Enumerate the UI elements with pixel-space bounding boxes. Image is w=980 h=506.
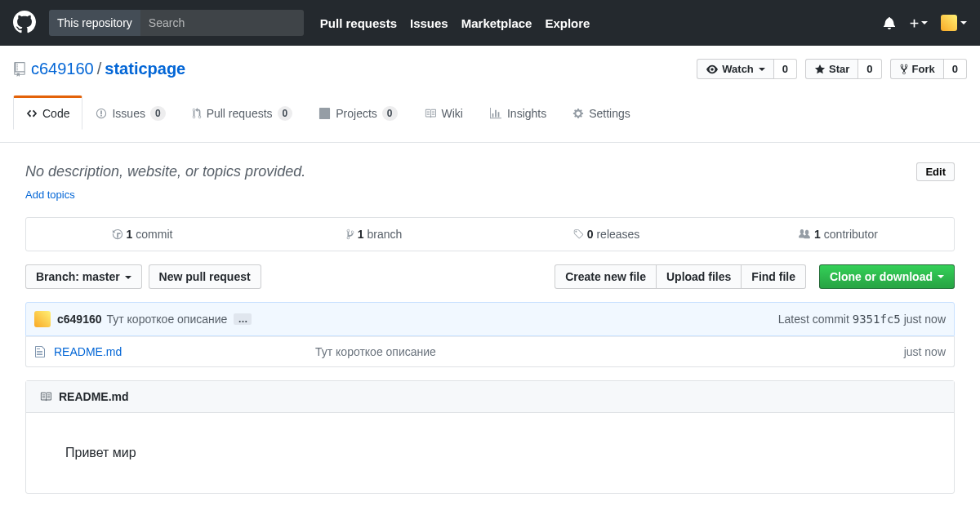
- tab-projects-label: Projects: [336, 107, 377, 120]
- file-age: just now: [904, 345, 946, 358]
- branch-name: master: [82, 270, 120, 283]
- tab-projects[interactable]: Projects 0: [305, 95, 410, 130]
- header-right: [883, 15, 967, 31]
- fork-icon: [899, 64, 909, 75]
- fork-count[interactable]: 0: [944, 59, 967, 79]
- people-icon: [798, 229, 811, 240]
- star-label: Star: [829, 63, 849, 75]
- commit-author[interactable]: c649160: [57, 313, 102, 326]
- history-icon: [112, 229, 123, 240]
- notifications-icon[interactable]: [883, 16, 896, 29]
- repo-nav: Code Issues 0 Pull requests 0 Projects 0…: [13, 95, 967, 130]
- readme-content: Привет мир: [65, 446, 915, 460]
- code-icon: [26, 108, 38, 119]
- find-file-button[interactable]: Find file: [741, 264, 806, 289]
- commits-count: 1: [127, 228, 133, 241]
- tab-settings-label: Settings: [589, 107, 630, 120]
- new-pull-request-button[interactable]: New pull request: [149, 264, 261, 289]
- commit-meta: Latest commit 9351fc5 just now: [778, 313, 946, 326]
- star-icon: [814, 64, 826, 75]
- branches-link[interactable]: 1 branch: [258, 228, 490, 241]
- book-icon: [424, 108, 437, 119]
- branches-label: branch: [367, 228, 402, 241]
- file-row: README.md Тут короткое описание just now: [26, 336, 954, 366]
- pulls-counter: 0: [278, 106, 293, 121]
- branch-prefix: Branch:: [36, 270, 79, 283]
- header-search: This repository: [49, 10, 304, 36]
- releases-count: 0: [587, 228, 594, 241]
- watch-count[interactable]: 0: [774, 59, 797, 79]
- numbers-summary: 1 commit 1 branch 0 releases 1 contribut…: [25, 217, 955, 251]
- tab-settings[interactable]: Settings: [559, 95, 644, 130]
- tab-pull-requests[interactable]: Pull requests 0: [179, 95, 306, 130]
- commits-label: commit: [136, 228, 172, 241]
- commit-tease: c649160 Тут короткое описание … Latest c…: [25, 302, 955, 336]
- search-input[interactable]: [140, 10, 304, 36]
- tab-insights[interactable]: Insights: [476, 95, 559, 130]
- branch-select-button[interactable]: Branch: master: [25, 264, 142, 289]
- repo-content: No description, website, or topics provi…: [12, 143, 968, 506]
- repo-icon: [13, 62, 26, 77]
- github-logo[interactable]: [13, 11, 36, 36]
- star-count[interactable]: 0: [858, 59, 881, 79]
- repo-name-link[interactable]: staticpage: [105, 60, 185, 78]
- watch-button[interactable]: Watch: [697, 59, 774, 79]
- nav-explore[interactable]: Explore: [545, 16, 590, 30]
- contributors-count: 1: [814, 228, 821, 241]
- contributors-link[interactable]: 1 contributor: [722, 228, 954, 241]
- branch-icon: [346, 229, 354, 240]
- repo-title: c649160 / staticpage: [13, 60, 185, 78]
- readme-title: README.md: [59, 390, 129, 403]
- file-commit-message[interactable]: Тут короткое описание: [315, 345, 904, 358]
- tag-icon: [572, 229, 584, 240]
- tab-code[interactable]: Code: [13, 95, 82, 130]
- repo-description: No description, website, or topics provi…: [25, 163, 916, 180]
- create-new-icon[interactable]: [909, 18, 928, 29]
- file-actions-group: Create new file Upload files Find file: [555, 264, 806, 289]
- avatar-icon: [941, 15, 957, 31]
- issue-icon: [96, 108, 107, 119]
- header-nav: Pull requests Issues Marketplace Explore: [320, 16, 590, 30]
- edit-button[interactable]: Edit: [916, 162, 955, 181]
- repo-meta: No description, website, or topics provi…: [25, 162, 955, 181]
- readme-body: Привет мир: [26, 413, 954, 493]
- commit-message[interactable]: Тут короткое описание: [107, 313, 228, 326]
- tab-code-label: Code: [42, 107, 69, 120]
- commit-author-avatar[interactable]: [34, 311, 51, 327]
- global-header: This repository Pull requests Issues Mar…: [0, 0, 980, 46]
- fork-label: Fork: [912, 63, 935, 75]
- latest-commit-label: Latest commit: [778, 313, 849, 326]
- tab-issues-label: Issues: [112, 107, 145, 120]
- nav-marketplace[interactable]: Marketplace: [461, 16, 532, 30]
- tab-issues[interactable]: Issues 0: [82, 95, 178, 130]
- upload-files-button[interactable]: Upload files: [656, 264, 741, 289]
- nav-pull-requests[interactable]: Pull requests: [320, 16, 397, 30]
- nav-issues[interactable]: Issues: [410, 16, 448, 30]
- commit-ellipsis-button[interactable]: …: [234, 313, 252, 325]
- tab-insights-label: Insights: [507, 107, 546, 120]
- commit-sha[interactable]: 9351fc5: [853, 313, 901, 326]
- create-file-button[interactable]: Create new file: [555, 264, 656, 289]
- releases-link[interactable]: 0 releases: [490, 228, 722, 241]
- clone-label: Clone or download: [830, 270, 933, 283]
- commit-age: just now: [904, 313, 946, 326]
- add-topics-link[interactable]: Add topics: [25, 189, 75, 201]
- commits-link[interactable]: 1 commit: [26, 228, 258, 241]
- gear-icon: [572, 108, 584, 119]
- pagehead-actions: Watch 0 Star 0 Fork 0: [697, 59, 967, 79]
- star-button[interactable]: Star: [805, 59, 858, 79]
- file-icon: [34, 345, 46, 358]
- repo-owner-link[interactable]: c649160: [31, 60, 94, 78]
- readme-box: README.md Привет мир: [25, 380, 955, 494]
- eye-icon: [706, 64, 719, 75]
- clone-download-button[interactable]: Clone or download: [819, 264, 955, 289]
- tab-wiki[interactable]: Wiki: [411, 95, 476, 130]
- issues-counter: 0: [150, 106, 166, 121]
- fork-button[interactable]: Fork: [890, 59, 944, 79]
- readme-header: README.md: [26, 381, 954, 413]
- user-menu[interactable]: [941, 15, 967, 31]
- repohead: c649160 / staticpage Watch 0 Star 0: [0, 46, 980, 143]
- tab-wiki-label: Wiki: [442, 107, 463, 120]
- search-scope[interactable]: This repository: [49, 10, 140, 36]
- file-name-link[interactable]: README.md: [54, 345, 315, 358]
